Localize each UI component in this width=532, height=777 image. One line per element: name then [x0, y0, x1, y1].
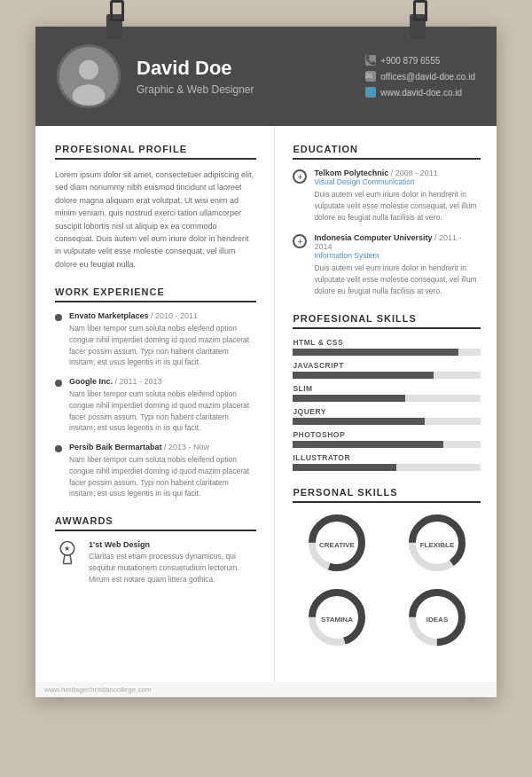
pro-skills-section-title: PROFESIONAL SKILLS: [293, 313, 481, 329]
skill-bar-fill: [293, 372, 434, 379]
svg-line-6: [70, 555, 72, 563]
resume-document: David Doe Graphic & Web Designer 📞 +900 …: [35, 27, 497, 697]
contact-website: 🌐 www.david-doe.co.id: [365, 87, 475, 98]
donut-chart: CREATIVE: [306, 512, 368, 574]
edu-plus-icon: +: [293, 169, 307, 184]
binder-clip-right: [410, 14, 426, 39]
award-icon: ★: [55, 540, 80, 565]
work-experience-section: WORK EXPERIENCE Envato Marketplaces / 20…: [55, 286, 256, 499]
award-content: 1'st Web Design Claritas est etiam proce…: [89, 540, 256, 585]
skill-bar-background: [293, 395, 481, 402]
education-section-title: EDUCATION: [293, 144, 481, 160]
left-column: PROFESIONAL PROFILE Lorem ipsum dolor si…: [35, 126, 275, 682]
skill-bar-fill: [293, 349, 458, 356]
profile-text: Lorem ipsum dolor sit amet, consectetuer…: [55, 169, 256, 271]
personal-skills-section: PERSONAL SKILLS CREATIVE FLEXIBLE STAMIN…: [293, 487, 481, 648]
contact-phone: 📞 +900 879 6555: [365, 55, 475, 66]
email-icon: ✉: [365, 71, 376, 82]
work-company: Google Inc. / 2011 - 2013: [69, 377, 256, 386]
work-period: / 2013 - Now: [164, 443, 209, 451]
profile-section-title: PROFESIONAL PROFILE: [55, 144, 256, 160]
edu-degree: Information System: [314, 251, 481, 260]
skill-label: JQUERY: [293, 407, 481, 416]
phone-text: +900 879 6555: [380, 56, 440, 66]
phone-icon: 📞: [365, 55, 376, 66]
svg-text:FLEXIBLE: FLEXIBLE: [419, 541, 454, 549]
skill-label: PHOTOSHOP: [293, 430, 481, 439]
svg-point-1: [79, 60, 98, 80]
profile-section: PROFESIONAL PROFILE Lorem ipsum dolor si…: [55, 144, 256, 271]
skill-label: JAVASCRIPT: [293, 361, 481, 370]
header-info: David Doe Graphic & Web Designer: [137, 57, 349, 95]
pro-skills-list: HTML & CSS JAVASCRIPT SLIM JQUERY PHOTOS…: [293, 338, 481, 471]
web-icon: 🌐: [365, 87, 376, 98]
resume-header: David Doe Graphic & Web Designer 📞 +900 …: [35, 27, 497, 126]
skill-item: JQUERY: [293, 407, 481, 425]
avatar: [57, 44, 121, 108]
award-item: ★ 1'st Web Design Claritas est etiam pro…: [55, 540, 256, 585]
skill-bar-fill: [293, 441, 442, 448]
education-items-list: + Telkom Polytechnic / 2008 - 2011 Visua…: [293, 169, 481, 297]
resume-body: PROFESIONAL PROFILE Lorem ipsum dolor si…: [35, 126, 497, 682]
binder-clip-left: [106, 14, 122, 39]
edu-desc: Duis autem vel eum iriure dolor in hendr…: [314, 189, 481, 223]
personal-skill-item: IDEAS: [393, 586, 481, 648]
skill-bar-background: [293, 441, 481, 448]
skill-label: HTML & CSS: [293, 338, 481, 347]
edu-desc: Duis autem vel eum iriure dolor in hendr…: [314, 263, 481, 296]
skill-bar-background: [293, 418, 481, 425]
edu-period: / 2011 - 2014: [314, 233, 461, 251]
awards-section: AWWARDS ★ 1'st Web Design Claritas est e…: [55, 515, 256, 585]
work-item: Persib Baik Bermartabat / 2013 - Now Nam…: [55, 443, 256, 499]
skill-bar-background: [293, 349, 481, 356]
education-section: EDUCATION + Telkom Polytechnic / 2008 - …: [293, 144, 481, 297]
education-item: + Telkom Polytechnic / 2008 - 2011 Visua…: [293, 169, 481, 223]
work-company: Envato Marketplaces / 2010 - 2011: [69, 311, 256, 320]
work-item: Envato Marketplaces / 2010 - 2011 Nam li…: [55, 311, 256, 368]
work-item: Google Inc. / 2011 - 2013 Nam liber temp…: [55, 377, 256, 434]
work-company: Persib Baik Bermartabat / 2013 - Now: [69, 443, 256, 451]
work-desc: Nam liber tempor cum soluta nobis eleife…: [69, 388, 256, 434]
awards-section-title: AWWARDS: [55, 515, 256, 531]
personal-skill-item: STAMINA: [293, 586, 380, 648]
donut-chart: STAMINA: [306, 586, 368, 648]
work-items-list: Envato Marketplaces / 2010 - 2011 Nam li…: [55, 311, 256, 499]
personal-skill-item: CREATIVE: [293, 512, 380, 574]
edu-school: Indonesia Computer University / 2011 - 2…: [314, 233, 481, 251]
education-item: + Indonesia Computer University / 2011 -…: [293, 233, 481, 296]
work-period: / 2010 - 2011: [151, 311, 198, 320]
skill-item: PHOTOSHOP: [293, 430, 481, 448]
work-section-title: WORK EXPERIENCE: [55, 286, 256, 302]
header-name: David Doe: [137, 57, 349, 80]
page-wrapper: David Doe Graphic & Web Designer 📞 +900 …: [35, 27, 497, 697]
edu-content: Telkom Polytechnic / 2008 - 2011 Visual …: [314, 169, 481, 223]
skill-bar-fill: [293, 395, 405, 402]
donut-chart: IDEAS: [406, 586, 468, 648]
work-period: / 2011 - 2013: [115, 377, 162, 386]
header-job-title: Graphic & Web Designer: [137, 83, 349, 96]
skill-item: SLIM: [293, 384, 481, 402]
work-content: Persib Baik Bermartabat / 2013 - Now Nam…: [69, 443, 256, 499]
skill-label: SLIM: [293, 384, 481, 393]
website-text: www.david-doe.co.id: [380, 88, 462, 98]
skill-item: JAVASCRIPT: [293, 361, 481, 379]
award-title: 1'st Web Design: [89, 540, 256, 549]
professional-skills-section: PROFESIONAL SKILLS HTML & CSS JAVASCRIPT…: [293, 313, 481, 471]
edu-school: Telkom Polytechnic / 2008 - 2011: [314, 169, 481, 177]
header-contact: 📞 +900 879 6555 ✉ offices@david-doe.co.i…: [365, 55, 475, 98]
award-desc: Claritas est etiam processus dynamicus, …: [89, 551, 256, 585]
work-desc: Nam liber tempor cum soluta nobis eleife…: [69, 323, 256, 368]
skill-bar-fill: [293, 464, 395, 471]
edu-plus-icon: +: [293, 234, 307, 248]
edu-content: Indonesia Computer University / 2011 - 2…: [314, 233, 481, 296]
personal-skills-grid: CREATIVE FLEXIBLE STAMINA IDEAS: [293, 512, 481, 648]
skill-label: ILLUSTRATOR: [293, 453, 481, 462]
skill-bar-background: [293, 464, 481, 471]
awards-list: ★ 1'st Web Design Claritas est etiam pro…: [55, 540, 256, 585]
work-bullet: [55, 445, 62, 452]
work-bullet: [55, 314, 62, 321]
svg-text:★: ★: [65, 545, 71, 553]
personal-skill-item: FLEXIBLE: [393, 512, 481, 574]
skill-item: HTML & CSS: [293, 338, 481, 356]
email-text: offices@david-doe.co.id: [380, 72, 475, 82]
